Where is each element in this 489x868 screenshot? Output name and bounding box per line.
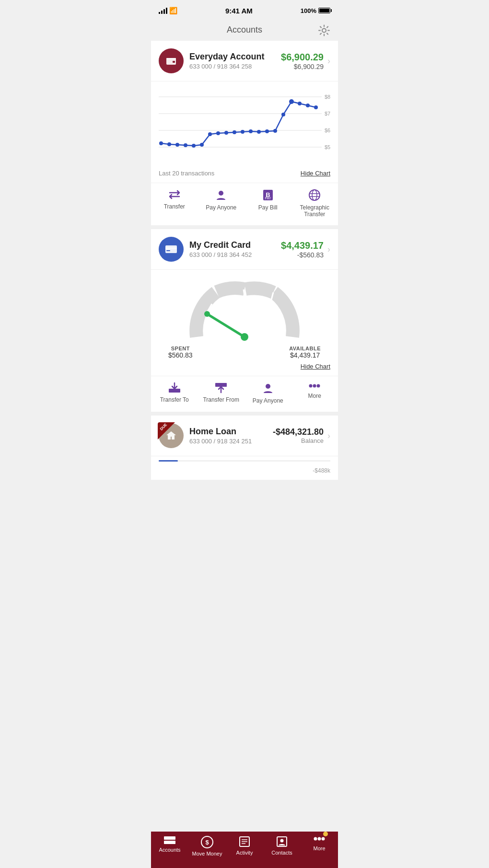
wifi-icon: 📶 [169, 7, 177, 14]
svg-point-55 [313, 384, 316, 388]
svg-line-46 [207, 314, 244, 337]
svg-point-20 [224, 131, 228, 135]
everyday-balance-secondary: $6,900.29 [281, 63, 324, 70]
svg-text:$6k: $6k [325, 127, 330, 133]
svg-point-26 [273, 129, 277, 133]
svg-text:$7k: $7k [325, 111, 330, 116]
pay-anyone-label: Pay Anyone [206, 204, 236, 211]
gauge-chart [187, 279, 302, 342]
everyday-balance-primary: $6,900.29 [281, 52, 324, 63]
credit-hide-chart-button[interactable]: Hide Chart [301, 363, 330, 370]
svg-point-16 [192, 144, 196, 148]
svg-line-44 [244, 289, 245, 302]
svg-text:PAY: PAY [265, 197, 271, 200]
everyday-account-name: Everyday Account [189, 52, 281, 62]
svg-point-27 [281, 113, 285, 116]
everyday-account-card: Everyday Account 633 000 / 918 364 258 $… [151, 41, 338, 225]
svg-rect-41 [165, 247, 177, 249]
pay-anyone-icon [215, 189, 227, 201]
svg-point-25 [265, 129, 269, 133]
svg-point-13 [167, 142, 171, 146]
status-bar: 📶 9:41 AM 100% [151, 0, 338, 21]
scroll-indicator-thumb [159, 460, 178, 462]
pay-bill-label: Pay Bill [258, 204, 278, 211]
everyday-account-header[interactable]: Everyday Account 633 000 / 918 364 258 $… [151, 41, 338, 81]
credit-card-header[interactable]: My Credit Card 633 000 / 918 364 452 $4,… [151, 229, 338, 270]
home-loan-number: 633 000 / 918 324 251 [189, 438, 273, 445]
telegraphic-icon [308, 189, 321, 201]
home-loan-chevron-icon: › [327, 431, 330, 441]
svg-point-56 [317, 384, 320, 388]
credit-card-number: 633 000 / 918 364 452 [189, 251, 281, 258]
pay-anyone-button[interactable]: Pay Anyone [198, 189, 245, 218]
transfer-from-button[interactable]: Transfer From [198, 382, 245, 404]
everyday-account-info: Everyday Account 633 000 / 918 364 258 [189, 52, 281, 70]
cc-more-button[interactable]: More [291, 382, 338, 404]
transfer-from-icon [214, 382, 228, 393]
page-title: Accounts [227, 25, 262, 35]
transfer-label: Transfer [164, 203, 185, 210]
home-loan-balance-label: Balance [273, 437, 324, 444]
credit-card-card: My Credit Card 633 000 / 918 364 452 $4,… [151, 229, 338, 412]
svg-point-22 [241, 130, 244, 134]
scroll-content: Everyday Account 633 000 / 918 364 258 $… [151, 41, 338, 522]
svg-point-12 [159, 141, 163, 145]
home-loan-name: Home Loan [189, 427, 273, 437]
credit-card-actions-row: Transfer To Transfer From Pay Anyone [151, 376, 338, 412]
transfer-from-label: Transfer From [203, 396, 239, 403]
hide-chart-button[interactable]: Hide Chart [301, 170, 330, 177]
cc-pay-anyone-icon [262, 382, 274, 394]
credit-card-balance-primary: $4,439.17 [281, 240, 324, 251]
svg-point-29 [298, 102, 302, 105]
svg-point-28 [289, 99, 294, 104]
credit-card-info: My Credit Card 633 000 / 918 364 452 [189, 240, 281, 258]
svg-point-24 [257, 130, 261, 134]
svg-rect-2 [173, 61, 175, 63]
gauge-labels: SPENT $560.83 AVAILABLE $4,439.17 [159, 346, 330, 359]
wallet-icon [165, 55, 177, 67]
cc-pay-anyone-label: Pay Anyone [253, 397, 283, 404]
svg-point-54 [309, 384, 313, 388]
credit-card-chart-footer: Hide Chart [151, 359, 338, 376]
svg-rect-3 [166, 58, 176, 59]
app-header: Accounts [151, 21, 338, 41]
transfer-button[interactable]: Transfer [151, 189, 198, 218]
telegraphic-label: Telegraphic Transfer [291, 204, 338, 218]
pay-bill-button[interactable]: B PAY Pay Bill [244, 189, 291, 218]
home-loan-header[interactable]: DUE Home Loan 633 000 / 918 324 251 -$48… [151, 416, 338, 456]
everyday-chart-footer: Last 20 transactions Hide Chart [151, 166, 338, 183]
telegraphic-transfer-button[interactable]: Telegraphic Transfer [291, 189, 338, 218]
everyday-account-balance: $6,900.29 $6,900.29 [281, 52, 324, 70]
svg-rect-42 [166, 250, 170, 251]
battery-icon [318, 8, 330, 13]
svg-point-21 [233, 130, 236, 134]
status-right: 100% [301, 7, 330, 14]
everyday-actions-row: Transfer Pay Anyone B PAY Pay Bill [151, 183, 338, 225]
more-dots-icon [308, 382, 321, 390]
transfer-icon [168, 189, 181, 200]
pay-bill-icon: B PAY [262, 189, 274, 201]
scroll-indicator [159, 460, 330, 462]
svg-point-18 [208, 132, 212, 136]
svg-point-53 [266, 384, 270, 389]
status-time: 9:41 AM [225, 7, 253, 15]
credit-card-name: My Credit Card [189, 240, 281, 250]
svg-point-48 [204, 311, 210, 317]
svg-point-30 [306, 104, 310, 107]
svg-point-47 [241, 333, 248, 341]
svg-text:$8k: $8k [325, 94, 330, 100]
transfer-to-button[interactable]: Transfer To [151, 382, 198, 404]
transfer-to-label: Transfer To [160, 396, 189, 403]
svg-text:$5k: $5k [325, 144, 330, 150]
everyday-account-number: 633 000 / 918 364 258 [189, 63, 281, 70]
svg-point-19 [216, 131, 220, 135]
gauge-container: SPENT $560.83 AVAILABLE $4,439.17 [151, 270, 338, 359]
settings-button[interactable] [318, 24, 330, 38]
cc-pay-anyone-button[interactable]: Pay Anyone [244, 382, 291, 404]
svg-point-15 [184, 143, 187, 147]
home-loan-info: Home Loan 633 000 / 918 324 251 [189, 427, 273, 445]
chart-footnote: Last 20 transactions [159, 170, 214, 177]
status-left: 📶 [159, 7, 177, 14]
svg-point-36 [309, 190, 320, 200]
line-chart: $8k $7k $6k $5k [159, 87, 330, 164]
